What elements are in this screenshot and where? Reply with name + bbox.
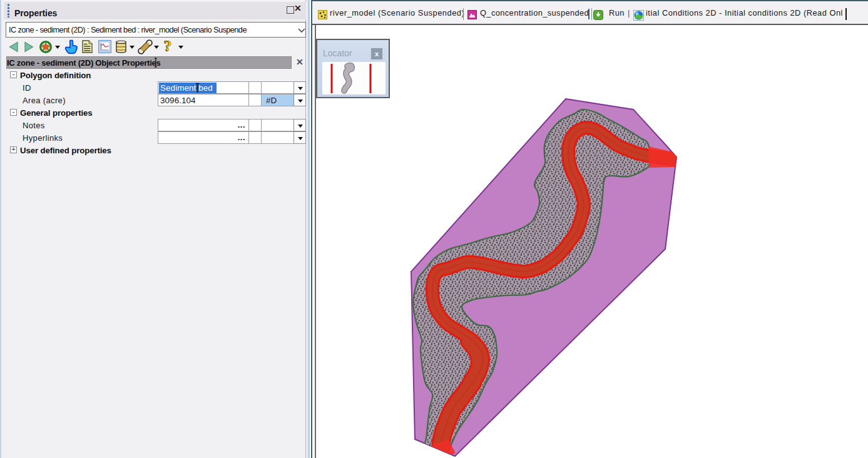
svg-text:?: ? — [165, 38, 172, 54]
